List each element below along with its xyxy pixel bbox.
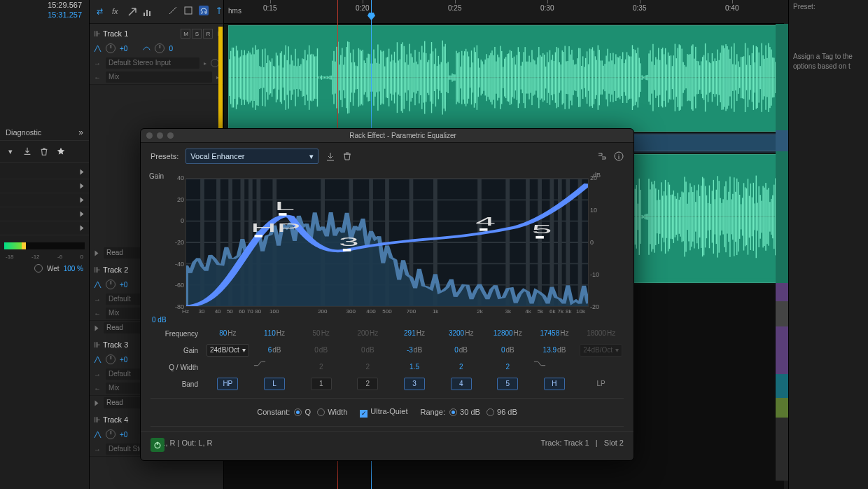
close-icon[interactable] [146, 132, 153, 139]
band-1-button[interactable]: 1 [311, 378, 332, 390]
radio-q[interactable] [294, 408, 302, 416]
b5-q[interactable]: 2 [506, 363, 510, 371]
grip-icon[interactable]: ⊪ [94, 266, 99, 275]
hp-freq[interactable]: 80 [219, 329, 227, 337]
send-icon[interactable] [127, 7, 137, 17]
band-h-button[interactable]: H [544, 378, 565, 390]
sidebar-item[interactable] [0, 165, 89, 179]
band-2-button[interactable]: 2 [357, 378, 378, 390]
hp-slope[interactable]: 24dB/Oct ▾ [206, 344, 249, 357]
power-button[interactable] [150, 438, 164, 452]
band-lp-button[interactable]: LP [591, 378, 612, 390]
radio-96db[interactable] [486, 408, 494, 416]
b2-gain[interactable]: 0 [361, 346, 365, 354]
band-5-button[interactable]: 5 [497, 378, 518, 390]
grip-icon[interactable]: ⊪ [94, 29, 99, 39]
star-icon[interactable] [56, 146, 66, 156]
b3-freq[interactable]: 291 [404, 329, 416, 337]
b2-freq[interactable]: 200 [357, 329, 369, 337]
delete-preset-icon[interactable] [342, 151, 352, 161]
window-titlebar[interactable]: Rack Effect - Parametric Equalizer [141, 129, 634, 143]
band-3-button[interactable]: 3 [404, 378, 425, 390]
b3-gain[interactable]: -3 [407, 346, 413, 354]
chevron-right-icon[interactable] [95, 325, 99, 331]
b5-freq[interactable]: 12800 [493, 329, 513, 337]
h-gain[interactable]: 13.9 [543, 346, 556, 354]
sidebar-item[interactable] [0, 207, 89, 221]
preset-dropdown[interactable]: Vocal Enhancer▾ [186, 149, 318, 164]
solo-button[interactable]: S [192, 29, 202, 39]
pan-knob[interactable] [155, 43, 164, 53]
low-shelf-icon[interactable] [253, 360, 266, 367]
b1-gain[interactable]: 0 [314, 346, 318, 354]
dropdown-icon[interactable]: ▾ [6, 146, 15, 156]
b3-q[interactable]: 1.5 [410, 363, 419, 371]
save-preset-icon[interactable] [326, 151, 335, 161]
download-icon[interactable] [22, 146, 32, 156]
b1-freq[interactable]: 50 [313, 329, 321, 337]
clip-lane[interactable] [224, 24, 784, 133]
tool-icon[interactable] [168, 6, 178, 15]
input-select[interactable]: Default Stereo Input [106, 57, 200, 69]
volume-value[interactable]: +0 [120, 281, 127, 289]
fx-icon[interactable]: fx [112, 7, 122, 17]
pan-value[interactable]: 0 [169, 45, 173, 53]
b5-gain[interactable]: 0 [501, 346, 505, 354]
volume-value[interactable]: +0 [120, 45, 127, 53]
chevron-right-icon[interactable] [95, 250, 99, 256]
minimap[interactable] [776, 24, 788, 489]
band-l-button[interactable]: L [264, 378, 285, 390]
volume-knob[interactable] [106, 429, 115, 439]
trash-icon[interactable] [39, 146, 49, 156]
output-select[interactable]: Mix [106, 71, 212, 83]
volume-knob[interactable] [106, 43, 115, 53]
high-shelf-icon[interactable] [533, 360, 546, 367]
expand-icon[interactable]: » [78, 128, 83, 137]
sidebar-item[interactable] [0, 193, 89, 207]
channel-map-icon[interactable] [597, 151, 607, 161]
b4-freq[interactable]: 3200 [449, 329, 464, 337]
record-button[interactable]: R [203, 29, 213, 39]
track-name[interactable]: Track 1 [103, 29, 176, 38]
svg-rect-100 [358, 48, 359, 107]
grip-icon[interactable]: ⊪ [94, 415, 99, 425]
audio-clip[interactable] [228, 25, 780, 132]
sidebar-item[interactable] [0, 221, 89, 235]
minimize-icon[interactable] [157, 132, 163, 139]
sidebar-item[interactable] [0, 179, 89, 193]
band-4-button[interactable]: 4 [451, 378, 472, 390]
radio-30db[interactable] [449, 408, 457, 416]
time-ruler[interactable]: hms 0:150:200:250:300:350:400:45 [224, 0, 784, 24]
volume-value[interactable]: +0 [120, 431, 127, 439]
eq-graph[interactable]: HPL345 [186, 178, 589, 307]
b4-q[interactable]: 2 [459, 363, 463, 371]
b1-q[interactable]: 2 [319, 363, 323, 371]
volume-knob[interactable] [106, 354, 115, 364]
radio-width[interactable] [317, 408, 325, 416]
h-freq[interactable]: 17458 [540, 329, 559, 337]
lp-freq[interactable]: 18000 [587, 329, 606, 337]
swap-icon[interactable]: ⇄ [97, 7, 106, 17]
headphones-icon[interactable] [199, 6, 209, 15]
info-icon[interactable] [614, 151, 624, 161]
band-hp-button[interactable]: HP [217, 378, 238, 390]
grip-icon[interactable]: ⊪ [94, 340, 99, 350]
l-gain[interactable]: 6 [268, 346, 272, 354]
diagnostics-label[interactable]: Diagnostic [6, 128, 41, 137]
lp-slope[interactable]: 24dB/Oct ▾ [580, 344, 622, 357]
wet-knob[interactable] [34, 264, 43, 273]
volume-value[interactable]: +0 [120, 356, 127, 364]
b4-gain[interactable]: 0 [454, 346, 458, 354]
b2-q[interactable]: 2 [366, 363, 370, 371]
maximize-icon[interactable] [167, 132, 174, 139]
volume-knob[interactable] [106, 280, 115, 289]
chevron-right-icon[interactable] [95, 400, 99, 406]
l-freq[interactable]: 110 [264, 329, 276, 337]
marker-icon[interactable] [214, 6, 224, 15]
eq-icon[interactable] [143, 7, 153, 17]
tool-icon[interactable] [183, 6, 193, 15]
wet-value[interactable]: 100 [64, 265, 76, 273]
checkbox-ultraquiet[interactable]: ✓ [360, 410, 368, 418]
mute-button[interactable]: M [181, 29, 190, 39]
svg-rect-54 [295, 49, 295, 106]
